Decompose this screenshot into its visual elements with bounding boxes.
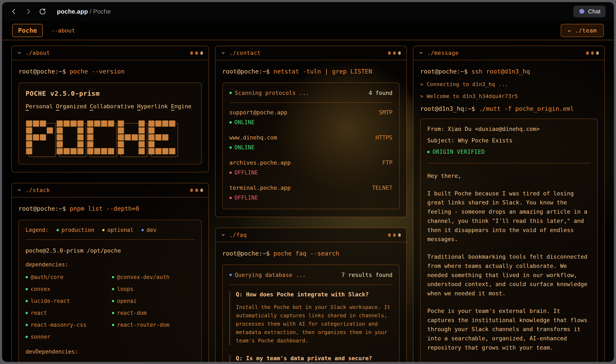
chevron-down-icon[interactable] xyxy=(419,51,423,55)
faq-item: Q: How does Poche integrate with Slack?I… xyxy=(229,291,393,345)
version-heading: POCHE v2.5.0-prism xyxy=(26,90,195,97)
logo-cell xyxy=(40,148,46,154)
scan-status-row: Scanning protocols ... 4 found xyxy=(229,90,393,96)
service-status: OFFLINE xyxy=(229,195,393,201)
stack-card: Legend: productionoptionaldev poche@2.5.… xyxy=(18,220,202,362)
logo-cell xyxy=(118,141,124,147)
divider xyxy=(229,103,393,103)
content-area: ./about root@poche:~$ poche --version PO… xyxy=(2,40,614,362)
legend-item: production xyxy=(57,227,94,233)
logo-cell xyxy=(33,141,39,147)
logo-cell xyxy=(131,120,138,127)
dependency-column: @convex-dev/authloopsopenaireact-domreac… xyxy=(112,274,195,346)
contact-card: Scanning protocols ... 4 found support@p… xyxy=(222,82,400,209)
dependency-name: sonner xyxy=(31,334,50,340)
site-header: Poche --about ← ./team xyxy=(2,21,614,40)
back-icon[interactable] xyxy=(11,8,18,15)
dependency-item: react-router-dom xyxy=(112,322,195,328)
logo-cell xyxy=(57,141,63,147)
dependency-dot xyxy=(112,288,114,290)
logo-cell xyxy=(87,134,93,141)
logo-cell xyxy=(108,127,114,134)
command: poche faq --search xyxy=(274,250,339,257)
logo-cell xyxy=(64,127,70,134)
status-dot xyxy=(229,121,232,124)
email-body: Hey there,I built Poche because I was ti… xyxy=(427,171,590,362)
panel-about: ./about root@poche:~$ poche --version PO… xyxy=(11,46,209,172)
chat-button[interactable]: Chat xyxy=(574,6,605,17)
logo-cell xyxy=(64,134,70,141)
command: ssh root@d1n3_hq xyxy=(472,68,530,75)
dependency-dot xyxy=(112,324,114,326)
logo-cell xyxy=(101,127,107,134)
logo-cell xyxy=(125,141,131,147)
status-dot xyxy=(229,171,232,174)
dependency-name: react xyxy=(31,310,47,316)
logo-cell xyxy=(148,127,155,134)
tagline-initial: H xyxy=(137,103,141,111)
faq-answer: Install the Poche bot in your Slack work… xyxy=(236,303,393,345)
dependency-item: lucide-react xyxy=(26,298,108,304)
logo-cell xyxy=(162,148,169,154)
chevron-down-icon[interactable] xyxy=(17,188,21,192)
logo-cell xyxy=(139,120,145,127)
url-breadcrumb[interactable]: poche.app / Poche xyxy=(57,8,111,15)
service-protocol: HTTPS xyxy=(376,134,393,141)
chevron-down-icon[interactable] xyxy=(221,51,225,55)
logo-cell xyxy=(101,134,107,141)
logo-cell xyxy=(139,134,145,141)
logo-cell xyxy=(94,127,100,134)
status-dot xyxy=(229,92,232,94)
forward-icon[interactable] xyxy=(25,8,32,15)
logo-cell xyxy=(47,134,53,141)
logo-cell xyxy=(131,134,138,141)
command: pnpm list --depth=0 xyxy=(70,205,139,212)
logo-cell xyxy=(70,127,77,134)
divider xyxy=(427,163,590,163)
panel-faq-header: ./faq xyxy=(216,228,406,242)
service-entry: support@poche.appSMTPONLINE xyxy=(229,109,393,125)
dependency-column: @auth/coreconvexlucide-reactreactreact-m… xyxy=(26,274,108,346)
legend-item: optional xyxy=(102,227,133,233)
logo-cell xyxy=(155,120,161,127)
logo-cell xyxy=(169,134,175,141)
dependency-groups: dependencies:@auth/coreconvexlucide-reac… xyxy=(26,261,195,362)
dependency-name: @tailwindcss/postcss xyxy=(117,361,183,362)
window-dots xyxy=(190,51,203,55)
dependency-item: openai xyxy=(112,298,195,304)
status-label: OFFLINE xyxy=(235,195,258,201)
poche-logo-button[interactable]: Poche xyxy=(12,24,43,37)
logo-cell xyxy=(40,141,46,147)
logo-cell xyxy=(87,120,93,127)
panel-message-header: ./message xyxy=(413,46,604,60)
chevron-down-icon[interactable] xyxy=(221,233,225,237)
logo-cell xyxy=(148,141,155,147)
logo-cell xyxy=(131,141,138,147)
logo-cell xyxy=(40,127,46,134)
team-button[interactable]: ← ./team xyxy=(561,24,604,37)
logo-cell xyxy=(139,127,145,134)
dependency-item: @tailwindcss/postcss xyxy=(112,361,195,362)
service-entry: www.dinehq.comHTTPSONLINE xyxy=(229,134,393,151)
window-dot xyxy=(190,51,193,55)
url-host: poche.app xyxy=(57,8,88,15)
refresh-icon[interactable] xyxy=(39,8,46,15)
logo-cell xyxy=(77,148,84,154)
status-dot xyxy=(229,274,232,276)
dependency-name: react-dom xyxy=(117,310,146,316)
tagline-word: Personal xyxy=(26,103,53,110)
legend-item: dev xyxy=(142,227,156,233)
terminal-output: root@poche:~$ ssh root@d1n3_hq> Connecti… xyxy=(420,68,598,112)
logo-cell xyxy=(148,120,155,127)
tagline: PersonalOrganizedCollaborativeHyperlinkE… xyxy=(26,103,195,110)
service-protocol: FTP xyxy=(382,159,393,166)
chevron-down-icon[interactable] xyxy=(17,51,21,55)
logo-cell xyxy=(125,127,131,134)
logo-cell xyxy=(155,134,161,141)
scan-status: Scanning protocols ... xyxy=(229,90,309,96)
dependency-item: @auth/core xyxy=(26,274,108,280)
panel-about-header: ./about xyxy=(12,46,209,60)
terminal-command: root@d1n3_hq:~$ ./mutt -f poche_origin.e… xyxy=(420,105,598,112)
prompt: root@poche:~$ xyxy=(222,68,270,75)
logo-cell xyxy=(155,141,161,147)
